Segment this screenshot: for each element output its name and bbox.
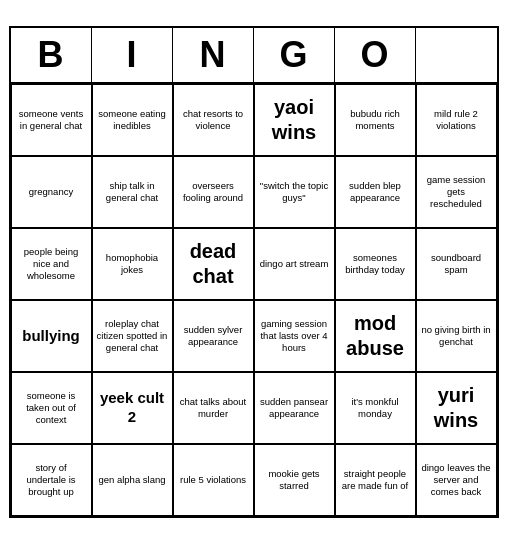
header-letter-4: O — [335, 28, 416, 82]
bingo-cell-1: someone eating inedibles — [92, 84, 173, 156]
bingo-cell-24: someone is taken out of context — [11, 372, 92, 444]
bingo-cell-31: gen alpha slang — [92, 444, 173, 516]
bingo-cell-7: ship talk in general chat — [92, 156, 173, 228]
bingo-cell-22: mod abuse — [335, 300, 416, 372]
bingo-header: BINGO — [11, 28, 497, 84]
bingo-cell-4: bubudu rich moments — [335, 84, 416, 156]
bingo-cell-8: overseers fooling around — [173, 156, 254, 228]
bingo-cell-2: chat resorts to violence — [173, 84, 254, 156]
bingo-cell-29: yuri wins — [416, 372, 497, 444]
bingo-cell-30: story of undertale is brought up — [11, 444, 92, 516]
bingo-cell-11: game session gets rescheduled — [416, 156, 497, 228]
header-letter-2: N — [173, 28, 254, 82]
bingo-cell-16: someones birthday today — [335, 228, 416, 300]
bingo-cell-26: chat talks about murder — [173, 372, 254, 444]
bingo-cell-17: soundboard spam — [416, 228, 497, 300]
header-letter-5 — [416, 28, 497, 82]
bingo-cell-13: homophobia jokes — [92, 228, 173, 300]
bingo-cell-5: mild rule 2 violations — [416, 84, 497, 156]
bingo-cell-27: sudden pansear appearance — [254, 372, 335, 444]
bingo-cell-6: gregnancy — [11, 156, 92, 228]
bingo-cell-3: yaoi wins — [254, 84, 335, 156]
bingo-cell-12: people being nice and wholesome — [11, 228, 92, 300]
bingo-cell-18: bullying — [11, 300, 92, 372]
bingo-cell-23: no giving birth in genchat — [416, 300, 497, 372]
bingo-cell-10: sudden blep appearance — [335, 156, 416, 228]
bingo-cell-19: roleplay chat citizen spotted in general… — [92, 300, 173, 372]
bingo-cell-28: it's monkful monday — [335, 372, 416, 444]
bingo-cell-21: gaming session that lasts over 4 hours — [254, 300, 335, 372]
bingo-cell-9: "switch the topic guys" — [254, 156, 335, 228]
bingo-cell-15: dingo art stream — [254, 228, 335, 300]
bingo-cell-35: dingo leaves the server and comes back — [416, 444, 497, 516]
bingo-grid: someone vents in general chatsomeone eat… — [11, 84, 497, 516]
bingo-cell-34: straight people are made fun of — [335, 444, 416, 516]
bingo-cell-14: dead chat — [173, 228, 254, 300]
bingo-cell-20: sudden sylver appearance — [173, 300, 254, 372]
header-letter-3: G — [254, 28, 335, 82]
bingo-cell-25: yeek cult 2 — [92, 372, 173, 444]
header-letter-1: I — [92, 28, 173, 82]
bingo-cell-0: someone vents in general chat — [11, 84, 92, 156]
bingo-cell-33: mookie gets starred — [254, 444, 335, 516]
bingo-cell-32: rule 5 violations — [173, 444, 254, 516]
bingo-card: BINGO someone vents in general chatsomeo… — [9, 26, 499, 518]
header-letter-0: B — [11, 28, 92, 82]
